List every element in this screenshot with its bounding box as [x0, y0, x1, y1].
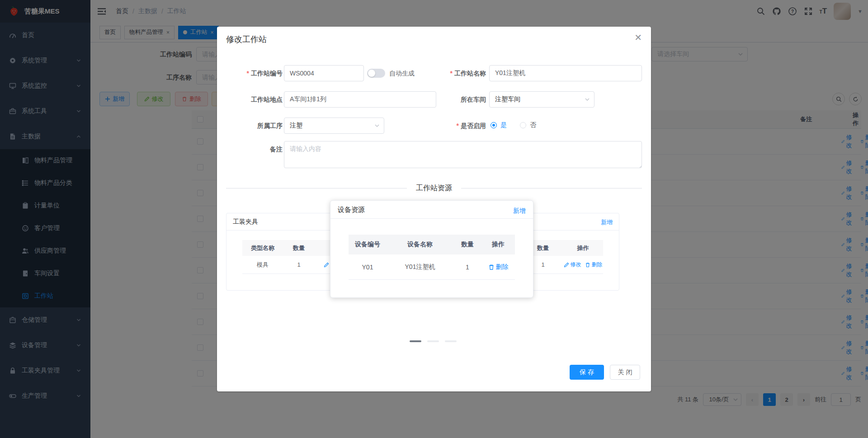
auto-generate-toggle[interactable] [367, 69, 385, 78]
carousel-dot-2[interactable] [427, 340, 439, 342]
name-label: 工作站名称 [420, 65, 486, 81]
trash-icon [585, 262, 590, 268]
workshop-label: 所在车间 [420, 91, 486, 108]
pencil-icon [564, 262, 569, 268]
fixture-qty: 1 [283, 256, 315, 273]
enabled-no-radio[interactable]: 否 [520, 121, 536, 129]
save-button[interactable]: 保 存 [570, 365, 604, 380]
device-row: Y01 Y01注塑机 1 删除 [349, 254, 515, 280]
dialog-close-button[interactable]: 关 闭 [610, 365, 640, 380]
carousel-dot-3[interactable] [445, 340, 457, 342]
carousel-dot-1[interactable] [410, 340, 421, 342]
workshop-select[interactable]: 注塑车间 [489, 91, 594, 108]
popup-add-link[interactable]: 新增 [513, 207, 526, 215]
device-col-code: 设备编号 [349, 235, 387, 254]
close-icon[interactable]: ✕ [634, 32, 642, 43]
name-input[interactable] [489, 65, 642, 81]
fixture-card-title: 工装夹具 [233, 218, 258, 226]
trash-icon [488, 264, 495, 270]
section-divider: 工作站资源 [226, 188, 642, 188]
enabled-label: 是否启用 [420, 118, 486, 134]
edit-workstation-dialog: 修改工作站 ✕ 工作站编号 自动生成 工作站名称 工作站地点 所在车间 注塑车间… [217, 27, 651, 391]
device-col-qty: 数量 [453, 235, 481, 254]
device-table: 设备编号 设备名称 数量 操作 Y01 Y01注塑机 1 删除 [349, 235, 515, 280]
process-select[interactable]: 注塑 [284, 118, 384, 134]
device-col-action: 操作 [481, 235, 515, 254]
pencil-icon [324, 262, 329, 268]
dialog-title: 修改工作站 [226, 34, 267, 45]
radio-dot-icon [520, 122, 526, 128]
remark-label: 备注 [217, 141, 283, 157]
remark-textarea[interactable] [284, 141, 642, 168]
code-input[interactable] [284, 65, 364, 81]
device-col-name: 设备名称 [387, 235, 453, 254]
chevron-down-icon [585, 97, 590, 102]
device-code: Y01 [349, 254, 387, 279]
chevron-down-icon [374, 123, 380, 128]
auto-generate-label: 自动生成 [389, 69, 415, 78]
carousel-indicators [410, 340, 457, 342]
radio-dot-icon [491, 122, 497, 128]
enabled-yes-radio[interactable]: 是 [491, 121, 507, 129]
fixture-col-qty: 数量 [283, 240, 315, 256]
right-edit-link[interactable]: 修改 [564, 261, 581, 268]
section-title: 工作站资源 [407, 184, 461, 193]
fixture-type: 模具 [242, 256, 283, 273]
device-resource-popup: 设备资源 新增 设备编号 设备名称 数量 操作 Y01 Y01注塑机 1 [330, 200, 533, 298]
device-name: Y01注塑机 [387, 254, 453, 279]
location-label: 工作站地点 [217, 91, 283, 108]
process-label: 所属工序 [217, 118, 283, 134]
device-delete-link[interactable]: 删除 [488, 263, 509, 271]
right-col-action: 操作 [563, 240, 603, 256]
right-delete-link[interactable]: 删除 [585, 261, 603, 268]
popup-title: 设备资源 [338, 206, 365, 214]
app-root: 苦糖果MES 首页系统管理系统监控系统工具主数据物料产品管理物料产品分类计量单位… [0, 0, 868, 438]
code-label: 工作站编号 [217, 65, 283, 81]
fixture-col-type: 类型名称 [242, 240, 283, 256]
device-qty: 1 [453, 254, 481, 279]
right-card-add-link[interactable]: 新增 [601, 218, 613, 226]
location-input[interactable] [284, 91, 436, 108]
